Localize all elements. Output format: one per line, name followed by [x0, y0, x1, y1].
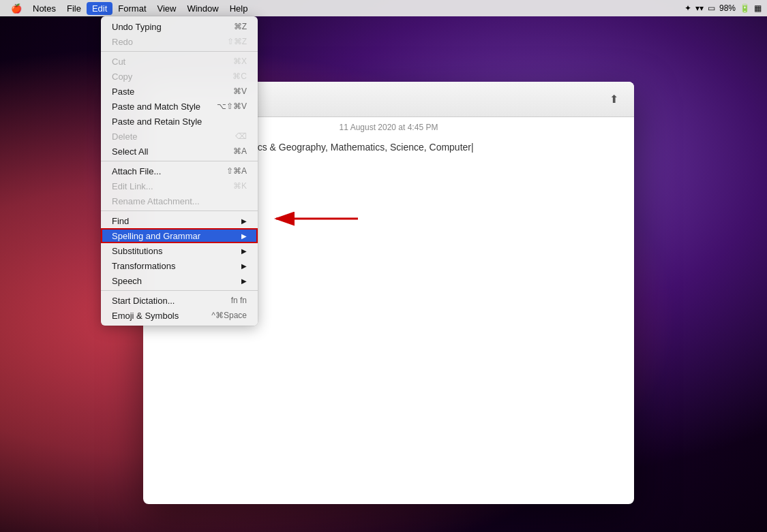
substitutions-label: Substitutions — [112, 246, 162, 256]
menu-paste-match-style[interactable]: Paste and Match Style ⌥⇧⌘V — [101, 99, 258, 114]
speech-submenu-arrow: ▶ — [241, 277, 247, 285]
delete-label: Delete — [112, 131, 138, 142]
separator-4 — [101, 290, 258, 291]
redo-label: Redo — [112, 37, 133, 47]
menu-speech[interactable]: Speech ▶ — [101, 273, 258, 288]
copy-label: Copy — [112, 72, 132, 82]
find-label: Find — [112, 216, 129, 226]
menu-spelling-grammar[interactable]: Spelling and Grammar ▶ — [101, 228, 258, 243]
menubar-help[interactable]: Help — [224, 2, 254, 15]
menu-transformations[interactable]: Transformations ▶ — [101, 258, 258, 273]
separator-2 — [101, 161, 258, 161]
edit-link-label: Edit Link... — [112, 181, 153, 191]
separator-1 — [101, 51, 258, 52]
menu-select-all[interactable]: Select All ⌘A — [101, 144, 258, 159]
copy-shortcut: ⌘C — [232, 72, 247, 81]
menubar: 🍎 Notes File Edit Format View Window Hel… — [0, 0, 767, 16]
paste-label: Paste — [112, 87, 134, 97]
paste-shortcut: ⌘V — [233, 87, 247, 96]
rename-attachment-label: Rename Attachment... — [112, 196, 200, 206]
edit-link-shortcut: ⌘K — [233, 181, 247, 191]
find-submenu-arrow: ▶ — [241, 217, 247, 225]
start-dictation-label: Start Dictation... — [112, 296, 175, 306]
menu-find[interactable]: Find ▶ — [101, 213, 258, 228]
menu-paste[interactable]: Paste ⌘V — [101, 84, 258, 99]
paste-retain-style-label: Paste and Retain Style — [112, 116, 202, 127]
menubar-notes[interactable]: Notes — [27, 2, 61, 15]
menubar-format[interactable]: Format — [112, 2, 151, 15]
paste-match-style-label: Paste and Match Style — [112, 101, 200, 112]
start-dictation-shortcut: fn fn — [231, 296, 247, 305]
undo-typing-shortcut: ⌘Z — [234, 22, 247, 31]
attach-file-label: Attach File... — [112, 166, 161, 176]
share-button[interactable]: ⬆ — [604, 90, 623, 109]
attach-file-shortcut: ⇧⌘A — [226, 166, 247, 176]
transformations-label: Transformations — [112, 261, 175, 271]
menu-undo-typing[interactable]: Undo Typing ⌘Z — [101, 19, 258, 34]
menu-redo[interactable]: Redo ⇧⌘Z — [101, 34, 258, 49]
menubar-status-items: ✦ ▾▾ ▭ 98% 🔋 ▦ — [685, 3, 762, 13]
apple-menu[interactable]: 🍎 — [5, 2, 27, 15]
menu-edit-link[interactable]: Edit Link... ⌘K — [101, 178, 258, 193]
menu-copy[interactable]: Copy ⌘C — [101, 69, 258, 84]
undo-typing-label: Undo Typing — [112, 22, 162, 32]
menu-start-dictation[interactable]: Start Dictation... fn fn — [101, 293, 258, 308]
menu-paste-retain-style[interactable]: Paste and Retain Style — [101, 114, 258, 129]
substitutions-submenu-arrow: ▶ — [241, 247, 247, 255]
menu-delete[interactable]: Delete ⌫ — [101, 129, 258, 144]
spelling-grammar-submenu-arrow: ▶ — [241, 232, 247, 240]
airplay-icon: ▭ — [708, 3, 715, 13]
emoji-symbols-shortcut: ^⌘Space — [211, 311, 247, 320]
separator-3 — [101, 210, 258, 211]
menu-emoji-symbols[interactable]: Emoji & Symbols ^⌘Space — [101, 308, 258, 323]
wifi-icon: ▾▾ — [695, 3, 704, 13]
annotation-arrow — [269, 208, 365, 229]
battery-percentage: 98% — [719, 3, 736, 13]
paste-match-style-shortcut: ⌥⇧⌘V — [217, 101, 247, 111]
select-all-shortcut: ⌘A — [233, 146, 247, 156]
bluetooth-icon: ✦ — [685, 3, 691, 13]
cut-shortcut: ⌘X — [233, 57, 247, 66]
menu-rename-attachment[interactable]: Rename Attachment... — [101, 193, 258, 208]
menu-attach-file[interactable]: Attach File... ⇧⌘A — [101, 163, 258, 178]
emoji-symbols-label: Emoji & Symbols — [112, 311, 179, 321]
cut-label: Cut — [112, 57, 125, 67]
transformations-submenu-arrow: ▶ — [241, 262, 247, 270]
redo-shortcut: ⇧⌘Z — [227, 37, 247, 46]
edit-menu: Undo Typing ⌘Z Redo ⇧⌘Z Cut ⌘X Copy ⌘C P… — [101, 16, 258, 326]
menubar-file[interactable]: File — [61, 2, 87, 15]
menubar-view[interactable]: View — [152, 2, 182, 15]
menubar-edit[interactable]: Edit — [87, 2, 112, 15]
battery-icon: 🔋 — [740, 3, 750, 13]
menubar-window[interactable]: Window — [181, 2, 224, 15]
menu-cut[interactable]: Cut ⌘X — [101, 54, 258, 69]
delete-shortcut: ⌫ — [235, 131, 247, 141]
menu-substitutions[interactable]: Substitutions ▶ — [101, 243, 258, 258]
speech-label: Speech — [112, 276, 142, 286]
select-all-label: Select All — [112, 146, 148, 157]
menu-extras-icon: ▦ — [754, 3, 762, 13]
spelling-grammar-label: Spelling and Grammar — [112, 231, 200, 241]
